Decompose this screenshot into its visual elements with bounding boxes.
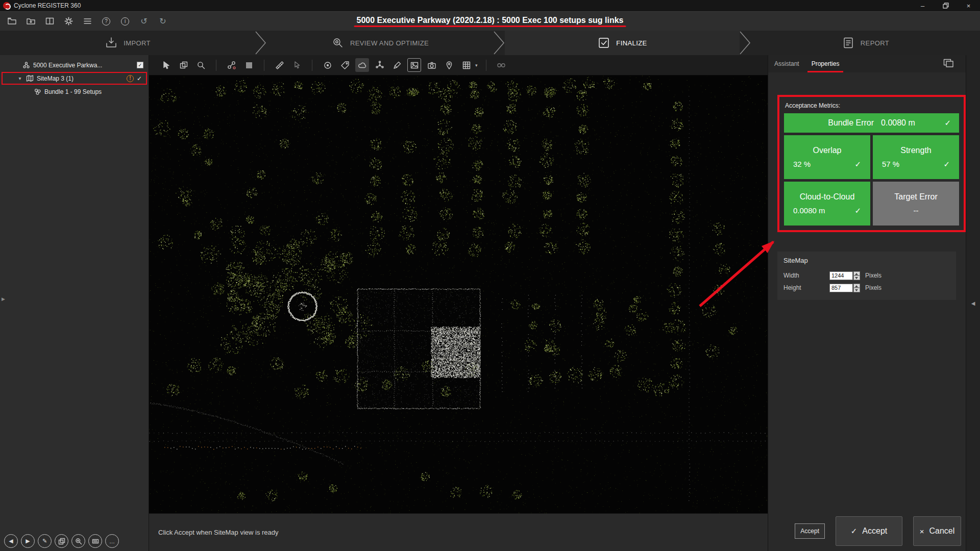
maximize-button[interactable] bbox=[934, 0, 957, 11]
geotag-button[interactable] bbox=[442, 58, 456, 72]
tab-assistant[interactable]: Assistant bbox=[768, 55, 805, 72]
center-column: ▾ Click Accept when SiteMap view is read… bbox=[149, 55, 768, 551]
stepper-up-icon[interactable] bbox=[853, 271, 860, 276]
draw-button[interactable]: ✎ bbox=[38, 534, 52, 548]
pen-icon bbox=[392, 60, 402, 70]
zoom-button[interactable] bbox=[71, 534, 85, 548]
import-project-button[interactable] bbox=[25, 16, 36, 27]
measure-tool-button[interactable] bbox=[273, 58, 286, 72]
info-button[interactable]: i bbox=[119, 16, 131, 27]
app-title: Cyclone REGISTER 360 bbox=[14, 2, 81, 9]
cloud-icon bbox=[357, 60, 368, 70]
tree-item-bundle[interactable]: Bundle 1 - 99 Setups bbox=[0, 85, 149, 98]
accept-small-button[interactable]: Accept bbox=[795, 523, 825, 539]
check-icon: ✓ bbox=[854, 160, 861, 169]
window-controls: – × bbox=[911, 0, 980, 11]
tab-report[interactable]: REPORT bbox=[751, 31, 980, 55]
log-button[interactable] bbox=[82, 16, 93, 27]
pencil-icon: ✎ bbox=[42, 538, 47, 544]
check-icon: ✓ bbox=[854, 206, 861, 215]
tag-tool-button[interactable] bbox=[338, 58, 352, 72]
point-cloud-canvas[interactable] bbox=[149, 76, 768, 513]
panel-tab-bar: Assistant Properties bbox=[768, 55, 966, 72]
height-stepper[interactable] bbox=[853, 284, 860, 292]
undo-button[interactable]: ↺ bbox=[138, 16, 150, 27]
redo-button[interactable]: ↻ bbox=[157, 16, 168, 27]
tree-expand-caret-icon[interactable]: ▾ bbox=[17, 76, 23, 81]
restore-icon bbox=[943, 3, 949, 9]
width-stepper[interactable] bbox=[853, 271, 860, 280]
left-panel-handle[interactable]: ▶ bbox=[2, 296, 5, 302]
pick-cursor-icon bbox=[292, 60, 302, 70]
graph-tool-button[interactable] bbox=[373, 58, 386, 72]
close-button[interactable]: × bbox=[957, 0, 980, 11]
cancel-button[interactable]: × Cancel bbox=[913, 516, 961, 546]
project-icon bbox=[22, 61, 30, 69]
title-bar: Cyclone REGISTER 360 – × bbox=[0, 0, 980, 11]
tab-finalize-label: FINALIZE bbox=[616, 39, 647, 47]
point-cloud-viewport[interactable] bbox=[149, 76, 768, 513]
tab-properties[interactable]: Properties bbox=[805, 55, 846, 72]
location-pin-icon bbox=[444, 60, 454, 70]
status-message: Click Accept when SiteMap view is ready bbox=[158, 529, 279, 536]
properties-panel: Assistant Properties Acceptance Metrics:… bbox=[768, 55, 966, 551]
grid-icon bbox=[461, 60, 472, 70]
more-button[interactable]: … bbox=[105, 534, 119, 548]
forward-button[interactable]: ▶ bbox=[21, 534, 35, 548]
panel-layout-button[interactable] bbox=[943, 59, 953, 70]
panel-collapse-strip[interactable]: ◀ bbox=[966, 55, 980, 551]
check-icon: ✓ bbox=[943, 160, 950, 169]
cloud-to-cloud-metric: Cloud-to-Cloud 0.0080 m ✓ bbox=[784, 182, 870, 226]
settings-button[interactable] bbox=[63, 16, 74, 27]
sitemap-image-button[interactable] bbox=[407, 58, 421, 72]
pen-tool-button[interactable] bbox=[390, 58, 404, 72]
grid-options-button[interactable] bbox=[459, 58, 473, 72]
optimize-links-button[interactable] bbox=[495, 58, 508, 72]
camera-icon bbox=[427, 60, 437, 70]
open-project-button[interactable] bbox=[6, 16, 17, 27]
accept-check-icon: ✓ bbox=[851, 527, 857, 536]
panel-buttons: Accept ✓ Accept × Cancel bbox=[795, 516, 961, 546]
stepper-down-icon[interactable] bbox=[853, 288, 860, 292]
layout-panels-button[interactable] bbox=[44, 16, 55, 27]
network-icon bbox=[375, 60, 385, 70]
toolbar-divider bbox=[216, 60, 216, 71]
pick-tool-button[interactable] bbox=[290, 58, 304, 72]
zoom-window-button[interactable] bbox=[194, 58, 208, 72]
height-unit: Pixels bbox=[865, 284, 881, 291]
snapshot-button[interactable] bbox=[425, 58, 438, 72]
back-button[interactable]: ◀ bbox=[4, 534, 18, 548]
links-visibility-button[interactable] bbox=[225, 58, 238, 72]
tab-finalize[interactable]: FINALIZE bbox=[505, 31, 740, 55]
tab-review-optimize-label: REVIEW AND OPTIMIZE bbox=[350, 39, 429, 47]
project-checkbox[interactable]: ✓ bbox=[137, 62, 143, 68]
tree-item-sitemap-label: SiteMap 3 (1) bbox=[37, 75, 74, 82]
width-input[interactable] bbox=[829, 271, 853, 280]
bundle-icon bbox=[34, 88, 41, 95]
sitemap-heading: SiteMap bbox=[783, 257, 950, 264]
back-icon: ◀ bbox=[9, 538, 13, 544]
tab-separator bbox=[740, 31, 751, 55]
app-window: Cyclone REGISTER 360 – × ? i bbox=[0, 0, 980, 551]
accept-button[interactable]: ✓ Accept bbox=[836, 516, 902, 546]
grid-dropdown-caret-icon[interactable]: ▾ bbox=[475, 63, 478, 68]
target-tool-button[interactable] bbox=[321, 58, 334, 72]
stepper-down-icon[interactable] bbox=[853, 276, 860, 280]
height-input[interactable] bbox=[829, 284, 853, 292]
zoom-window-icon bbox=[196, 60, 206, 70]
screen-button[interactable] bbox=[88, 534, 102, 548]
target-error-label: Target Error bbox=[882, 192, 950, 202]
tab-import[interactable]: IMPORT bbox=[0, 31, 255, 55]
cloud-tool-button[interactable] bbox=[355, 58, 369, 72]
tree-item-sitemap[interactable]: ▾ SiteMap 3 (1) ! ✓ bbox=[2, 72, 147, 85]
clone-view-button[interactable] bbox=[177, 58, 190, 72]
select-tool-button[interactable] bbox=[159, 58, 173, 72]
stepper-up-icon[interactable] bbox=[853, 284, 860, 288]
tree-item-project[interactable]: 5000 Executive Parkwa... ✓ bbox=[0, 59, 149, 71]
pano-view-button[interactable] bbox=[242, 58, 256, 72]
tab-review-optimize[interactable]: REVIEW AND OPTIMIZE bbox=[266, 31, 494, 55]
info-icon: i bbox=[121, 17, 129, 26]
minimize-button[interactable]: – bbox=[911, 0, 934, 11]
layers-button[interactable] bbox=[55, 534, 68, 548]
help-button[interactable]: ? bbox=[101, 16, 112, 27]
